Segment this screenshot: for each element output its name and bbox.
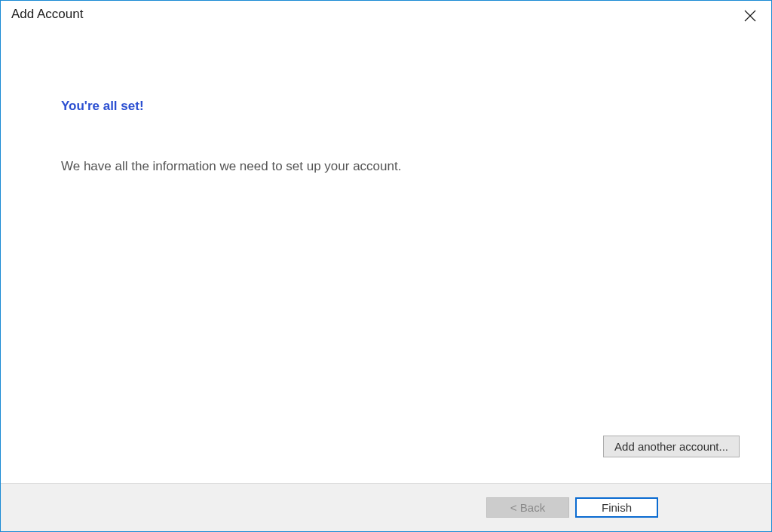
- content-area: You're all set! We have all the informat…: [1, 31, 771, 483]
- window-title: Add Account: [11, 7, 83, 22]
- add-another-wrapper: Add another account...: [603, 436, 740, 457]
- finish-button[interactable]: Finish: [575, 497, 658, 518]
- close-icon[interactable]: [740, 7, 761, 27]
- title-bar: Add Account: [1, 1, 771, 31]
- footer-bar: < Back Finish: [1, 483, 771, 531]
- body-text: We have all the information we need to s…: [61, 159, 711, 174]
- add-another-account-button[interactable]: Add another account...: [603, 436, 740, 457]
- headline-text: You're all set!: [61, 99, 711, 114]
- back-button: < Back: [486, 497, 569, 518]
